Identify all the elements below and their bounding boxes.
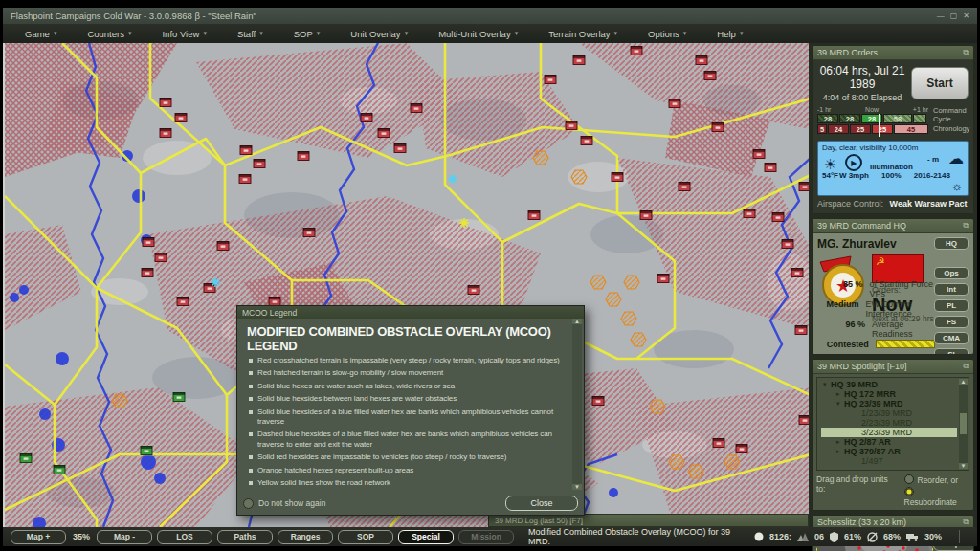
bottom-toolbar: Map + 35% Map - LOS Paths Ranges SOP Spe… bbox=[3, 527, 977, 546]
menu-staff[interactable]: Staff▾ bbox=[229, 27, 272, 41]
supply-value: 30% bbox=[924, 532, 942, 541]
cycle-cell: 28 bbox=[817, 114, 838, 123]
resubordinate-radio[interactable] bbox=[904, 487, 914, 496]
wind: W 3mph bbox=[839, 171, 869, 180]
start-button[interactable]: Start bbox=[911, 67, 969, 99]
dialog-title-bar[interactable]: MCOO Legend bbox=[237, 306, 584, 319]
legend-item: Solid red hexsides are impassable to veh… bbox=[247, 452, 568, 462]
ops-button[interactable]: Ops bbox=[934, 267, 969, 279]
chevron-down-icon: ▾ bbox=[128, 30, 132, 37]
legend-item: Solid blue hexes are water such as lakes… bbox=[247, 382, 568, 391]
si-button[interactable]: SI bbox=[934, 348, 969, 355]
mcoo-legend-dialog: MCOO Legend MODIFIED COMBINED OBSTACLE O… bbox=[236, 305, 585, 516]
sun-icon: ☀ bbox=[822, 157, 838, 171]
cycle-cell: 24 bbox=[828, 124, 849, 134]
contested-label: Contested bbox=[818, 340, 876, 349]
ranges-button[interactable]: Ranges bbox=[278, 530, 333, 544]
legend-item: Yellow solid lines show the road network bbox=[247, 478, 568, 488]
scroll-up-icon[interactable]: ▲ bbox=[959, 379, 968, 385]
tree-item[interactable]: 2/23/39 MRD bbox=[821, 418, 957, 428]
popout-icon[interactable]: ⧉ bbox=[963, 221, 969, 231]
dialog-heading: MODIFIED COMBINED OBSTACLE OVERLAY (MCOO… bbox=[247, 324, 568, 353]
scroll-down-icon[interactable]: ▼ bbox=[572, 484, 582, 490]
temperature: 54°F bbox=[822, 171, 838, 180]
elapsed-time: 4:04 of 8:00 Elapsed bbox=[817, 93, 907, 102]
special-button[interactable]: Special bbox=[398, 530, 454, 544]
scroll-down-icon[interactable]: ▼ bbox=[959, 463, 968, 469]
legend-item: Dashed blue hexsides of a blue filled wa… bbox=[247, 430, 568, 450]
fs-button[interactable]: FS bbox=[934, 316, 969, 328]
map-area[interactable]: 39 MRD Log (last 50) [F7] MCOO Legend MO… bbox=[3, 43, 809, 527]
minimize-icon[interactable]: — bbox=[937, 11, 945, 20]
unit-tree: ▾HQ 39 MRD ▸HQ 172 MRR ▾HQ 23/39 MRD 1/2… bbox=[816, 377, 969, 471]
map-zoom-in-button[interactable]: Map + bbox=[11, 530, 66, 544]
pl-button[interactable]: PL bbox=[934, 299, 969, 312]
play-icon[interactable]: ▶ bbox=[845, 154, 862, 171]
chevron-down-icon: ▾ bbox=[614, 30, 618, 37]
shield-icon bbox=[830, 532, 838, 542]
chevron-down-icon: ▾ bbox=[683, 30, 687, 37]
log-panel-header[interactable]: 39 MRD Log (last 50) [F7] bbox=[488, 514, 809, 527]
title-bar: Flashpoint Campaigns Cold War - 3.0.0.98… bbox=[3, 8, 977, 25]
los-button[interactable]: LOS bbox=[157, 530, 212, 544]
popout-icon[interactable]: ⧉ bbox=[963, 362, 969, 371]
close-button[interactable]: Close bbox=[505, 496, 578, 511]
map-zoom-out-button[interactable]: Map - bbox=[97, 530, 152, 544]
cycle-cell: 28 bbox=[839, 114, 860, 123]
scrollbar-thumb[interactable] bbox=[960, 413, 967, 434]
spotlight-panel: 39 MRD Spotlight [F10] ⧉ ▾HQ 39 MRD ▸HQ … bbox=[812, 359, 974, 511]
maximize-icon[interactable]: ▢ bbox=[950, 11, 958, 20]
chronology-label: Command Cycle Chronology bbox=[928, 106, 969, 137]
tree-item[interactable]: ▾HQ 23/39 MRD bbox=[821, 399, 957, 408]
tree-item[interactable]: 1/497 bbox=[821, 456, 957, 466]
cma-button[interactable]: CMA bbox=[934, 332, 969, 344]
weather-box[interactable]: Day, clear, visibility 10,000m - m ☁ ☀54… bbox=[817, 141, 969, 196]
int-button[interactable]: Int bbox=[934, 283, 969, 296]
tree-item[interactable]: ▸HQ 379/87 AR bbox=[821, 447, 957, 456]
menu-counters[interactable]: Counters▾ bbox=[78, 27, 140, 41]
status-message: Modified Combined Obstacle Overlay (MCOO… bbox=[528, 527, 749, 546]
hq-button[interactable]: HQ bbox=[934, 237, 969, 250]
popout-icon[interactable]: ⧉ bbox=[963, 48, 969, 57]
dont-show-checkbox[interactable] bbox=[243, 498, 254, 509]
close-icon[interactable]: ✕ bbox=[963, 11, 969, 20]
scroll-up-icon[interactable]: ▲ bbox=[572, 319, 582, 324]
menu-help[interactable]: Help▾ bbox=[708, 27, 751, 41]
paths-button[interactable]: Paths bbox=[217, 530, 273, 544]
tree-item-selected[interactable]: 3/23/39 MRD bbox=[821, 428, 957, 437]
orders-panel-header[interactable]: 39 MRD Orders ⧉ bbox=[813, 46, 973, 60]
sop-button[interactable]: SOP bbox=[338, 530, 393, 544]
tree-item[interactable]: ▸HQ 172 MRR bbox=[821, 389, 957, 399]
tree-item[interactable]: 1/23/39 MRD bbox=[821, 408, 957, 418]
mission-button[interactable]: Mission bbox=[458, 530, 514, 544]
game-datetime: 06:04 hrs, Jul 21 1989 bbox=[817, 64, 907, 91]
chevron-down-icon: ▾ bbox=[317, 30, 321, 37]
chevron-down-icon: ▾ bbox=[515, 30, 519, 37]
dialog-scrollbar[interactable]: ▲ ▼ bbox=[572, 319, 582, 490]
menu-info-view[interactable]: Info View▾ bbox=[153, 27, 214, 41]
tree-item[interactable]: ▸HQ 2/87 AR bbox=[821, 437, 957, 447]
reorder-radio[interactable] bbox=[904, 474, 914, 484]
tree-item[interactable]: ▾HQ 39 MRD bbox=[821, 380, 957, 389]
supply-truck-icon bbox=[906, 533, 919, 541]
menu-multi-unit-overlay[interactable]: Multi-Unit Overlay▾ bbox=[430, 27, 526, 41]
cycle-cell: 45 bbox=[894, 124, 928, 134]
popout-icon[interactable]: ⧉ bbox=[963, 518, 969, 527]
readiness-value: 68% bbox=[883, 532, 901, 541]
status-circle-icon bbox=[754, 532, 764, 541]
menu-sop[interactable]: SOP▾ bbox=[285, 27, 329, 41]
spotlight-panel-header[interactable]: 39 MRD Spotlight [F10] ⧉ bbox=[813, 360, 973, 374]
menu-game[interactable]: Game▾ bbox=[16, 27, 65, 41]
menu-unit-overlay[interactable]: Unit Overlay▾ bbox=[342, 27, 416, 41]
hq-panel-header[interactable]: 39 MRD Command HQ ⧉ bbox=[813, 219, 973, 233]
cloud-icon: ☁ bbox=[948, 149, 964, 167]
chevron-down-icon: ▾ bbox=[54, 30, 57, 37]
command-hq-panel: 39 MRD Command HQ ⧉ MG. Zhuravlev ★ bbox=[812, 218, 974, 355]
elevation-icon bbox=[797, 533, 809, 541]
menu-terrain-overlay[interactable]: Terrain Overlay▾ bbox=[540, 27, 626, 41]
app-window: Flashpoint Campaigns Cold War - 3.0.0.98… bbox=[0, 0, 980, 551]
menu-options[interactable]: Options▾ bbox=[639, 27, 695, 41]
unit-count: 8126: bbox=[769, 532, 791, 541]
weather-summary: Day, clear, visibility 10,000m bbox=[822, 143, 964, 152]
tree-scrollbar[interactable]: ▲ ▼ bbox=[959, 379, 968, 469]
